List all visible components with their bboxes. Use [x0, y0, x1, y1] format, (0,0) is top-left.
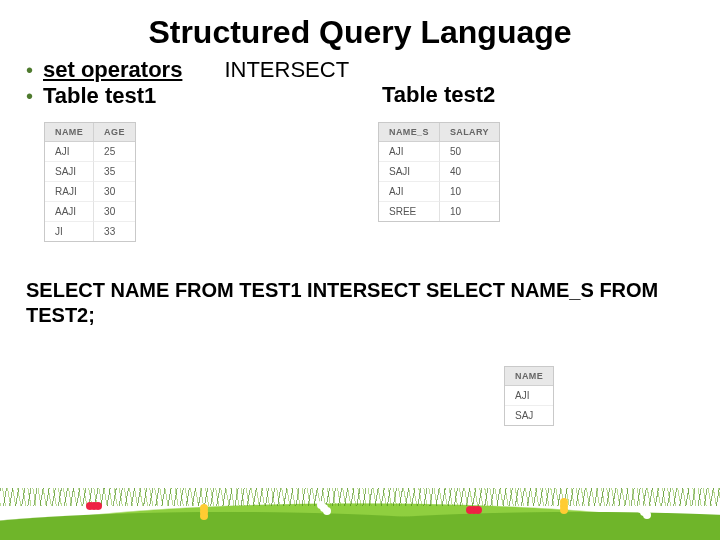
cell: AJI — [379, 182, 440, 202]
cell: SAJ — [505, 406, 553, 425]
bullet-intersect: INTERSECT — [224, 57, 349, 83]
cell: SAJI — [379, 162, 440, 182]
table-row: SAJI35 — [45, 162, 135, 182]
table-row: AJI50 — [379, 142, 499, 162]
cell: SAJI — [45, 162, 94, 182]
table1-header-age: AGE — [94, 123, 135, 142]
result-header-name: NAME — [505, 367, 553, 386]
cell: 30 — [94, 182, 135, 202]
cell: SREE — [379, 202, 440, 221]
cell: AJI — [379, 142, 440, 162]
cell: 35 — [94, 162, 135, 182]
decorative-footer-grass — [0, 470, 720, 540]
table1-header-name: NAME — [45, 123, 94, 142]
bullet-set-operators: set operators — [43, 57, 182, 83]
cell: 50 — [440, 142, 499, 162]
cell: AAJI — [45, 202, 94, 222]
cell: 25 — [94, 142, 135, 162]
cell: 10 — [440, 202, 499, 221]
cell: 30 — [94, 202, 135, 222]
table-row: AJI10 — [379, 182, 499, 202]
cell: RAJI — [45, 182, 94, 202]
cell: JI — [45, 222, 94, 241]
cell: AJI — [45, 142, 94, 162]
sql-statement: SELECT NAME FROM TEST1 INTERSECT SELECT … — [26, 278, 666, 328]
bullet-icon: • — [26, 86, 33, 106]
table2-header-name: NAME_S — [379, 123, 440, 142]
table2-label: Table test2 — [382, 82, 495, 108]
bullet-table1-label: Table test1 — [43, 83, 156, 109]
table-test2: NAME_S SALARY AJI50 SAJI40 AJI10 SREE10 — [378, 122, 500, 222]
table-row: AJI — [505, 386, 553, 406]
table-row: RAJI30 — [45, 182, 135, 202]
table-row: SREE10 — [379, 202, 499, 221]
table-test1: NAME AGE AJI25 SAJI35 RAJI30 AAJI30 JI33 — [44, 122, 136, 242]
bullet-list: • set operators INTERSECT • Table test1 — [26, 57, 720, 109]
table-row: JI33 — [45, 222, 135, 241]
table-row: AAJI30 — [45, 202, 135, 222]
cell: 33 — [94, 222, 135, 241]
table-row: SAJ — [505, 406, 553, 425]
cell: 40 — [440, 162, 499, 182]
cell: AJI — [505, 386, 553, 406]
cell: 10 — [440, 182, 499, 202]
table-row: AJI25 — [45, 142, 135, 162]
bullet-icon: • — [26, 60, 33, 80]
table-result: NAME AJI SAJ — [504, 366, 554, 426]
page-title: Structured Query Language — [120, 14, 600, 51]
table-row: SAJI40 — [379, 162, 499, 182]
table2-header-salary: SALARY — [440, 123, 499, 142]
